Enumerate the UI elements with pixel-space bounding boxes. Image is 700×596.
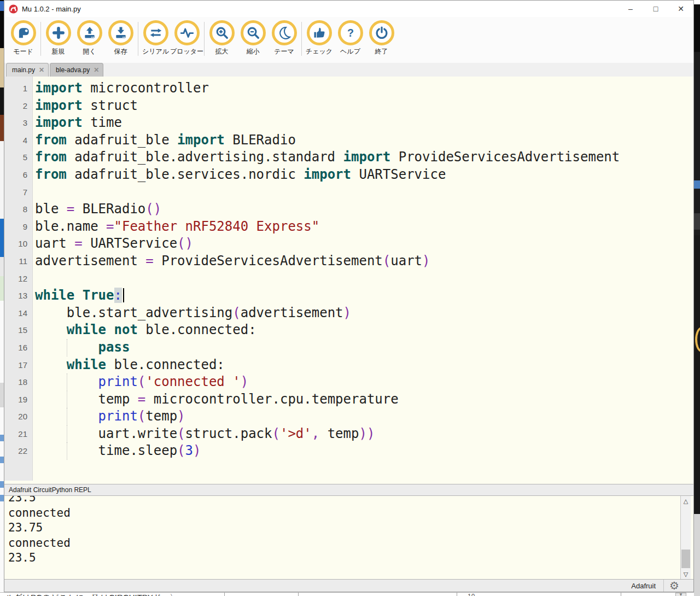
line-content: print(temp) — [33, 408, 185, 425]
code-line[interactable]: 10uart = UARTService() — [4, 235, 693, 253]
mode-icon — [11, 20, 36, 45]
line-number: 9 — [4, 218, 33, 236]
zoom-in-button[interactable]: 拡大 — [206, 20, 237, 56]
mu-window: Mu 1.0.2 - main.py – □ ✕ モード新規開く保存シリアルプロ… — [4, 0, 694, 592]
code-line[interactable]: 21 uart.write(struct.pack('>d', temp)) — [4, 425, 693, 443]
line-number: 11 — [4, 253, 33, 270]
line-content: ble.start_advertising(advertisement) — [33, 305, 351, 322]
code-line[interactable]: 7 — [4, 184, 693, 201]
window-title: Mu 1.0.2 - main.py — [22, 5, 81, 13]
toolbar-button-label: テーマ — [274, 47, 294, 56]
desktop: ルダはPCのどこかに、libはCIRCUITPYド 〉 10 ▼ Mu 1.0.… — [0, 0, 700, 596]
toolbar-button-label: ヘルプ — [340, 47, 360, 56]
toolbar-button-label: チェック — [306, 47, 332, 56]
line-content: advertisement = ProvideServicesAdvertise… — [33, 253, 430, 270]
tab-label: main.py — [12, 66, 35, 74]
toolbar-button-label: プロッター — [170, 47, 203, 56]
code-line[interactable]: 12 — [4, 270, 693, 288]
check-button[interactable]: チェック — [304, 20, 335, 56]
help-button[interactable]: ?ヘルプ — [335, 20, 366, 56]
code-line[interactable]: 1import microcontroller — [4, 80, 693, 97]
repl-scrollbar[interactable]: △ ▽ — [680, 496, 691, 579]
code-line[interactable]: 18 print('connected ') — [4, 373, 693, 391]
zoom-out-button[interactable]: 縮小 — [237, 20, 269, 56]
line-content: pass — [33, 339, 130, 357]
help-icon: ? — [338, 20, 363, 45]
save-button[interactable]: 保存 — [105, 20, 136, 56]
code-line[interactable]: 9ble.name ="Feather nRF52840 Express" — [4, 218, 693, 236]
minimize-button[interactable]: – — [618, 4, 643, 13]
new-button[interactable]: 新規 — [43, 20, 74, 56]
line-number: 7 — [4, 184, 33, 201]
scroll-up-icon[interactable]: △ — [681, 496, 691, 506]
background-window-left-sliver — [0, 0, 4, 596]
code-line[interactable]: 14 ble.start_advertising(advertisement) — [4, 305, 693, 322]
code-line[interactable]: 22 time.sleep(3) — [4, 442, 693, 460]
plotter-icon — [174, 20, 200, 45]
code-line[interactable]: 5from adafruit_ble.advertising.standard … — [4, 149, 693, 166]
line-content: while not ble.connected: — [33, 322, 256, 339]
code-line[interactable]: 19 temp = microcontroller.cpu.temperatur… — [4, 391, 693, 408]
background-window-right-sliver — [694, 0, 700, 596]
tab-ble-adva.py[interactable]: ble-adva.py✕ — [50, 63, 103, 77]
code-line[interactable]: 13while True: — [4, 287, 693, 305]
tab-close-icon[interactable]: ✕ — [94, 66, 99, 74]
line-number: 22 — [4, 442, 33, 460]
line-content: import struct — [33, 97, 138, 115]
code-editor[interactable]: 1import microcontroller2import struct3im… — [4, 77, 693, 484]
quit-button[interactable]: 終了 — [366, 20, 397, 56]
maximize-button[interactable]: □ — [643, 4, 668, 13]
background-window-bottom-sliver: ルダはPCのどこかに、libはCIRCUITPYド 〉 10 ▼ — [0, 592, 694, 596]
line-number: 14 — [4, 305, 33, 322]
mode-label: Adafruit — [631, 582, 656, 590]
tab-close-icon[interactable]: ✕ — [39, 66, 44, 74]
line-number: 15 — [4, 322, 33, 339]
repl-header: Adafruit CircuitPython REPL — [4, 484, 693, 496]
code-line[interactable]: 17 while ble.connected: — [4, 357, 693, 374]
background-dropdown-arrow: ▼ — [675, 593, 686, 596]
title-bar: Mu 1.0.2 - main.py – □ ✕ — [4, 1, 693, 17]
line-number: 2 — [4, 97, 33, 115]
code-line[interactable]: 4from adafruit_ble import BLERadio — [4, 132, 693, 149]
repl-panel[interactable]: 23.5connected23.75connected23.5 △ ▽ — [4, 496, 693, 579]
line-content: temp = microcontroller.cpu.temperature — [33, 391, 399, 408]
repl-line: 23.5 — [8, 551, 693, 566]
gear-icon[interactable]: ⚙ — [669, 580, 679, 591]
tab-bar: main.py✕ble-adva.py✕ — [4, 63, 693, 77]
open-button[interactable]: 開く — [74, 20, 105, 56]
close-button[interactable]: ✕ — [668, 4, 693, 13]
line-content: from adafruit_ble.services.nordic import… — [33, 166, 446, 184]
serial-button[interactable]: シリアル — [140, 20, 171, 56]
svg-text:?: ? — [347, 27, 354, 39]
code-line[interactable]: 2import struct — [4, 97, 693, 115]
mode-button[interactable]: モード — [8, 20, 39, 56]
line-number: 19 — [4, 391, 33, 408]
save-icon — [108, 20, 133, 45]
plotter-button[interactable]: プロッター — [171, 20, 202, 56]
tab-main.py[interactable]: main.py✕ — [6, 63, 49, 77]
line-number: 3 — [4, 114, 33, 132]
toolbar-separator — [138, 22, 138, 56]
scroll-down-icon[interactable]: ▽ — [681, 569, 691, 579]
line-content: time.sleep(3) — [33, 442, 201, 460]
line-content — [33, 184, 35, 201]
line-content: uart.write(struct.pack('>d', temp)) — [33, 425, 375, 443]
code-line[interactable]: 6from adafruit_ble.services.nordic impor… — [4, 166, 693, 184]
code-line[interactable]: 11advertisement = ProvideServicesAdverti… — [4, 253, 693, 270]
line-number: 21 — [4, 425, 33, 443]
scrollbar-thumb[interactable] — [681, 550, 690, 568]
code-line[interactable]: 3import time — [4, 114, 693, 132]
repl-title: Adafruit CircuitPython REPL — [9, 486, 91, 494]
code-line[interactable]: 15 while not ble.connected: — [4, 322, 693, 339]
quit-icon — [369, 20, 394, 45]
code-line[interactable]: 20 print(temp) — [4, 408, 693, 425]
code-line[interactable]: 8ble = BLERadio() — [4, 201, 693, 218]
code-line[interactable]: 16 pass — [4, 339, 693, 357]
toolbar-button-label: 拡大 — [215, 47, 229, 56]
code-lines: 1import microcontroller2import struct3im… — [4, 80, 693, 460]
theme-button[interactable]: テーマ — [269, 20, 300, 56]
line-number: 12 — [4, 270, 33, 288]
line-number: 8 — [4, 201, 33, 218]
repl-line: connected — [8, 536, 693, 551]
toolbar-separator — [40, 22, 41, 56]
